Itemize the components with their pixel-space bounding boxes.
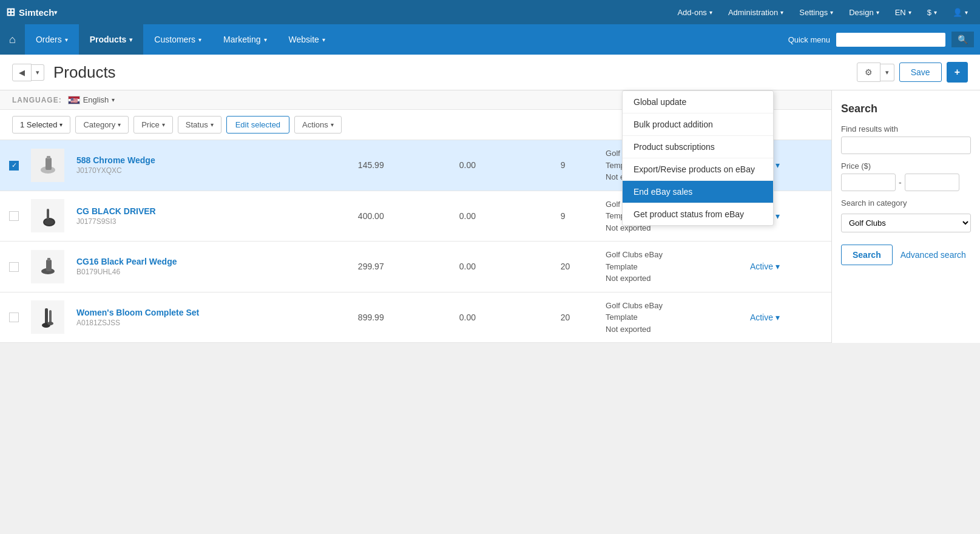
content-area: LANGUAGE: 🇺🇸 English ▾ 1 Selected ▾ Cate… — [0, 90, 980, 343]
product-checkbox[interactable]: ✓ — [9, 161, 19, 171]
product-qty-cell: 9 — [555, 191, 600, 242]
product-template-cell: Golf Clubs eBay Template Not exported — [600, 292, 744, 343]
administration-menu[interactable]: Administration ▾ — [722, 5, 789, 19]
product-link[interactable]: Women's Bloom Complete Set — [76, 308, 346, 317]
product-checkbox[interactable] — [9, 262, 19, 272]
find-results-label: Find results with — [841, 124, 971, 134]
save-button[interactable]: Save — [899, 63, 942, 82]
menu-item-export-ebay[interactable]: Export/Revise products on eBay — [623, 158, 773, 181]
product-qty-cell: 9 — [555, 140, 600, 191]
sidebar-buttons: Search Advanced search — [841, 245, 971, 265]
addons-menu[interactable]: Add-ons ▾ — [671, 5, 718, 19]
product-link[interactable]: 588 Chrome Wedge — [76, 155, 346, 165]
add-button[interactable]: + — [947, 62, 968, 83]
row-checkbox-cell[interactable] — [0, 242, 25, 292]
row-checkbox-cell[interactable] — [0, 191, 25, 242]
us-flag-icon: 🇺🇸 — [68, 96, 80, 104]
brand-logo[interactable]: ⊞ Simtech ▾ — [6, 5, 57, 19]
language-name: English — [83, 95, 109, 104]
product-price-cell: 899.99 — [352, 292, 453, 343]
back-dropdown-button[interactable]: ▾ — [32, 64, 44, 81]
status-filter-button[interactable]: Status ▾ — [178, 116, 221, 134]
design-menu[interactable]: Design ▾ — [843, 5, 885, 19]
edit-selected-button[interactable]: Edit selected — [226, 116, 289, 134]
row-checkbox-cell[interactable] — [0, 292, 25, 343]
product-sku: A0181ZSJSS — [76, 319, 120, 327]
settings-menu[interactable]: Settings ▾ — [793, 5, 839, 19]
brand-caret: ▾ — [54, 9, 57, 16]
category-select[interactable]: Golf Clubs — [841, 214, 971, 232]
price-max-input[interactable] — [905, 174, 959, 191]
quick-search-button[interactable]: 🔍 — [951, 32, 974, 47]
website-caret: ▾ — [322, 36, 325, 43]
product-status-cell[interactable]: Active ▾ — [744, 292, 831, 343]
product-link[interactable]: CG16 Black Pearl Wedge — [76, 257, 346, 266]
user-menu[interactable]: 👤 ▾ — [947, 5, 974, 19]
svg-rect-8 — [47, 258, 50, 261]
lang-caret: ▾ — [908, 9, 911, 16]
customers-nav[interactable]: Customers ▾ — [143, 24, 212, 55]
price-min-input[interactable] — [841, 174, 896, 191]
product-template-cell: Golf Clubs eBay Template Not exported — [600, 242, 744, 292]
menu-item-global-update[interactable]: Global update — [623, 91, 773, 113]
currency-menu[interactable]: $ ▾ — [921, 5, 943, 19]
find-results-input[interactable] — [841, 137, 971, 154]
user-icon: 👤 — [953, 8, 962, 17]
menu-item-bulk-add[interactable]: Bulk product addition — [623, 113, 773, 136]
top-navbar: ⊞ Simtech ▾ Add-ons ▾ Administration ▾ S… — [0, 0, 980, 24]
status-caret-icon: ▾ — [776, 313, 780, 322]
actions-caret: ▾ — [331, 121, 334, 128]
admin-caret: ▾ — [780, 9, 783, 16]
product-thumb-wedge2-icon — [36, 254, 60, 279]
grid-icon: ⊞ — [6, 5, 15, 19]
quick-menu-label: Quick menu — [788, 35, 830, 44]
selected-filter-button[interactable]: 1 Selected ▾ — [12, 116, 70, 134]
product-qty-cell: 20 — [555, 242, 600, 292]
product-sale-price-cell: 0.00 — [453, 242, 555, 292]
page-title: Products — [53, 63, 116, 82]
category-filter-button[interactable]: Category ▾ — [75, 116, 129, 134]
products-caret: ▾ — [129, 36, 132, 43]
menu-item-subscriptions[interactable]: Product subscriptions — [623, 136, 773, 158]
table-row: CG16 Black Pearl Wedge B0179UHL46 299.97… — [0, 242, 831, 292]
language-caret: ▾ — [112, 96, 115, 103]
product-checkbox[interactable] — [9, 313, 19, 322]
menu-item-get-status[interactable]: Get product status from eBay — [623, 203, 773, 225]
gear-caret-button[interactable]: ▾ — [880, 64, 894, 81]
selected-caret: ▾ — [59, 121, 63, 128]
svg-rect-7 — [46, 260, 52, 271]
currency-caret: ▾ — [934, 9, 937, 16]
gear-button[interactable]: ⚙ — [857, 63, 880, 82]
actions-button[interactable]: Actions ▾ — [294, 116, 342, 134]
website-nav[interactable]: Website ▾ — [278, 24, 336, 55]
marketing-nav[interactable]: Marketing ▾ — [212, 24, 277, 55]
top-nav-items: Add-ons ▾ Administration ▾ Settings ▾ De… — [671, 5, 974, 19]
products-nav[interactable]: Products ▾ — [79, 24, 144, 55]
price-filter-button[interactable]: Price ▾ — [133, 116, 173, 134]
row-checkbox-cell[interactable]: ✓ — [0, 140, 25, 191]
product-checkbox[interactable] — [9, 211, 19, 221]
product-qty-cell: 20 — [555, 292, 600, 343]
status-caret-icon: ▾ — [776, 262, 780, 271]
language-label: LANGUAGE: — [12, 96, 62, 104]
product-link[interactable]: CG BLACK DRIVER — [76, 206, 346, 216]
home-button[interactable]: ⌂ — [0, 24, 25, 55]
marketing-caret: ▾ — [264, 36, 267, 43]
search-button[interactable]: Search — [841, 245, 893, 265]
menu-item-end-ebay[interactable]: End eBay sales — [623, 181, 773, 203]
status-caret-icon: ▾ — [776, 211, 780, 221]
product-status-cell[interactable]: Active ▾ — [744, 242, 831, 292]
table-row: Women's Bloom Complete Set A0181ZSJSS 89… — [0, 292, 831, 343]
quick-search-input[interactable] — [836, 33, 945, 47]
price-range: - — [841, 174, 971, 191]
product-sku: J0170YXQXC — [76, 166, 122, 175]
language-menu[interactable]: EN ▾ — [889, 5, 917, 19]
orders-nav[interactable]: Orders ▾ — [25, 24, 79, 55]
advanced-search-button[interactable]: Advanced search — [897, 245, 969, 265]
svg-point-12 — [47, 322, 53, 325]
language-selector[interactable]: 🇺🇸 English ▾ — [68, 95, 115, 104]
design-caret: ▾ — [876, 9, 879, 16]
status-caret: ▾ — [211, 121, 214, 128]
svg-rect-1 — [46, 158, 52, 170]
back-button[interactable]: ◀ — [12, 64, 32, 81]
